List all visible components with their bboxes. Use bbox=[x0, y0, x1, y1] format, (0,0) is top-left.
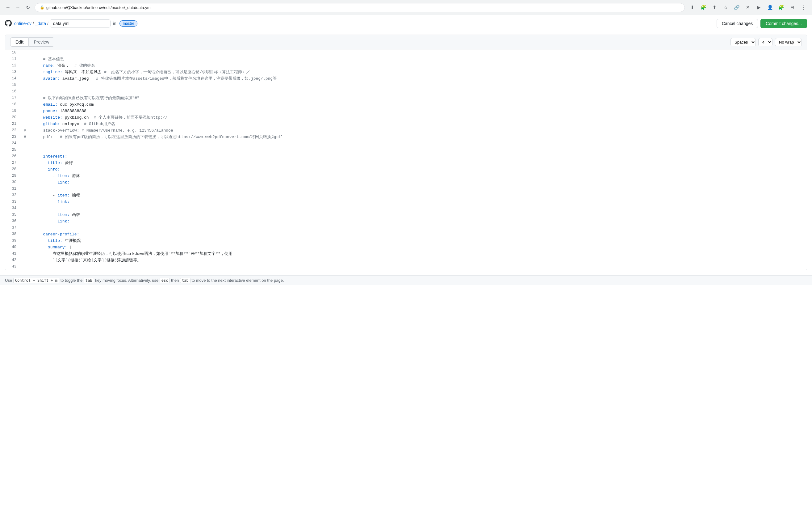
line-content-42: `[文字](链接)`来给[文字](链接)添加超链等。 bbox=[21, 257, 807, 264]
line-content-20: website: pyxblog.cn # 个人主页链接，前面不要添加http:… bbox=[21, 114, 807, 121]
code-line-29: 29 - item: 游泳 bbox=[5, 173, 807, 179]
preview-tab[interactable]: Preview bbox=[28, 37, 54, 47]
code-line-20: 20 website: pyxblog.cn # 个人主页链接，前面不要添加ht… bbox=[5, 114, 807, 121]
line-content-18: email: cuc_pyx@qq.com bbox=[21, 101, 807, 108]
kbd-ctrl-shift-m: Control + Shift + m bbox=[13, 278, 59, 283]
browser-chrome: ← → ↻ 🔒 github.com/QXbackup/online-cv/ed… bbox=[0, 0, 812, 15]
line-content-27: title: 爱好 bbox=[21, 160, 807, 166]
code-editor[interactable]: 10 11 # 基本信息 12 name: 清弦． # 你的姓名 13 tagl… bbox=[5, 49, 807, 270]
line-content-33: link: bbox=[21, 199, 807, 205]
url-text: github.com/QXbackup/online-cv/edit/maste… bbox=[46, 5, 151, 10]
line-number-43: 43 bbox=[5, 264, 21, 270]
line-content-17: # 以下内容如果自己没有可以在该行的最前面添加"#" bbox=[21, 95, 807, 101]
cancel-changes-button[interactable]: Cancel changes bbox=[717, 19, 758, 28]
line-number-27: 27 bbox=[5, 160, 21, 166]
puzzle-icon[interactable]: 🧩 bbox=[776, 2, 786, 12]
x-icon[interactable]: ✕ bbox=[743, 2, 753, 12]
bookmark-icon[interactable]: ☆ bbox=[721, 2, 730, 12]
kbd-tab2: tab bbox=[180, 278, 191, 283]
profile-icon[interactable]: 👤 bbox=[765, 2, 775, 12]
line-number-34: 34 bbox=[5, 205, 21, 212]
code-line-25: 25 bbox=[5, 147, 807, 153]
line-number-29: 29 bbox=[5, 173, 21, 179]
commit-changes-button[interactable]: Commit changes... bbox=[760, 19, 807, 28]
repo-link[interactable]: online-cv bbox=[14, 21, 31, 26]
code-line-31: 31 bbox=[5, 186, 807, 192]
code-line-27: 27 title: 爱好 bbox=[5, 160, 807, 166]
code-line-36: 36 link: bbox=[5, 218, 807, 225]
download-icon[interactable]: ⬇ bbox=[687, 2, 697, 12]
line-content-23: # pdf: # 如果有pdf版的简历，可以在这里放简历的下载链接，可以通过ht… bbox=[21, 134, 807, 140]
in-label: in bbox=[113, 21, 116, 26]
line-number-20: 20 bbox=[5, 114, 21, 121]
share-icon[interactable]: ⬆ bbox=[709, 2, 719, 12]
code-line-34: 34 bbox=[5, 205, 807, 212]
code-line-19: 19 phone: 18888888888 bbox=[5, 108, 807, 114]
line-content-14: avatar: avatar.jpeg # 将你头像图片放在assets/ima… bbox=[21, 75, 807, 82]
code-line-35: 35 - item: 画饼 bbox=[5, 212, 807, 218]
wrap-select[interactable]: No wrap bbox=[775, 38, 802, 46]
line-content-28: info: bbox=[21, 166, 807, 173]
line-number-32: 32 bbox=[5, 192, 21, 199]
forward-button[interactable]: → bbox=[13, 3, 22, 12]
code-line-23: 23 # pdf: # 如果有pdf版的简历，可以在这里放简历的下载链接，可以通… bbox=[5, 134, 807, 140]
media-icon[interactable]: ▶ bbox=[754, 2, 764, 12]
code-line-22: 22 # stack-overflow: # Number/Username, … bbox=[5, 127, 807, 134]
code-line-16: 16 bbox=[5, 88, 807, 95]
line-number-35: 35 bbox=[5, 212, 21, 218]
code-line-10: 10 bbox=[5, 49, 807, 56]
line-number-16: 16 bbox=[5, 88, 21, 95]
lock-icon: 🔒 bbox=[40, 5, 45, 9]
filename-input[interactable] bbox=[50, 20, 111, 27]
line-content-41: 在这里概括你的职业生涯经历，可以使用markdown语法，如使用`**加粗**`… bbox=[21, 250, 807, 257]
line-number-30: 30 bbox=[5, 179, 21, 186]
code-line-24: 24 bbox=[5, 140, 807, 147]
reload-button[interactable]: ↻ bbox=[24, 3, 32, 12]
status-bar: Use Control + Shift + m to toggle the ta… bbox=[0, 275, 812, 285]
code-line-28: 28 info: bbox=[5, 166, 807, 173]
line-content-13: tagline: 等风来 不如追风去 # 姓名下方的小字，一句话介绍自己，可以是… bbox=[21, 69, 807, 75]
address-bar[interactable]: 🔒 github.com/QXbackup/online-cv/edit/mas… bbox=[35, 3, 685, 12]
branch-badge: master bbox=[119, 20, 138, 27]
line-number-37: 37 bbox=[5, 225, 21, 231]
line-number-42: 42 bbox=[5, 257, 21, 264]
code-line-18: 18 email: cuc_pyx@qq.com bbox=[5, 101, 807, 108]
github-logo-icon bbox=[5, 20, 12, 27]
line-number-40: 40 bbox=[5, 244, 21, 250]
extension-icon[interactable]: 🧩 bbox=[698, 2, 708, 12]
line-content-35: - item: 画饼 bbox=[21, 212, 807, 218]
editor-container: Edit Preview Spaces 4 No wrap 10 bbox=[5, 35, 807, 270]
folder-link[interactable]: _data bbox=[35, 21, 46, 26]
line-content-11: # 基本信息 bbox=[21, 56, 807, 62]
sidebar-icon[interactable]: ⊟ bbox=[787, 2, 797, 12]
header-actions: Cancel changes Commit changes... bbox=[717, 19, 807, 28]
sep2: / bbox=[47, 21, 49, 26]
code-line-32: 32 - item: 编程 bbox=[5, 192, 807, 199]
line-content-19: phone: 18888888888 bbox=[21, 108, 807, 114]
code-line-12: 12 name: 清弦． # 你的姓名 bbox=[5, 62, 807, 69]
code-line-15: 15 bbox=[5, 82, 807, 88]
line-content-26: interests: bbox=[21, 153, 807, 160]
editor-tabs: Edit Preview bbox=[10, 37, 54, 47]
browser-actions: ⬇ 🧩 ⬆ ☆ 🔗 ✕ ▶ 👤 🧩 ⊟ ⋮ bbox=[687, 2, 808, 12]
line-content-38: career-profile: bbox=[21, 231, 807, 238]
kbd-esc: esc bbox=[160, 278, 170, 283]
line-content-40: summary: | bbox=[21, 244, 807, 250]
menu-icon[interactable]: ⋮ bbox=[799, 2, 808, 12]
line-number-31: 31 bbox=[5, 186, 21, 192]
extensions-icon[interactable]: 🔗 bbox=[732, 2, 742, 12]
line-number-13: 13 bbox=[5, 69, 21, 75]
spaces-select[interactable]: Spaces bbox=[730, 38, 756, 46]
nav-buttons: ← → ↻ bbox=[4, 3, 32, 12]
edit-tab[interactable]: Edit bbox=[10, 37, 28, 47]
main-content: Edit Preview Spaces 4 No wrap 10 bbox=[0, 32, 812, 270]
kbd-tab1: tab bbox=[84, 278, 94, 283]
line-number-10: 10 bbox=[5, 49, 21, 56]
line-number-17: 17 bbox=[5, 95, 21, 101]
sep1: / bbox=[33, 21, 34, 26]
line-number-26: 26 bbox=[5, 153, 21, 160]
code-line-21: 21 github: cnicpyx # GitHub用户名 bbox=[5, 121, 807, 127]
line-number-38: 38 bbox=[5, 231, 21, 238]
indent-select[interactable]: 4 bbox=[758, 38, 773, 46]
back-button[interactable]: ← bbox=[4, 3, 12, 12]
